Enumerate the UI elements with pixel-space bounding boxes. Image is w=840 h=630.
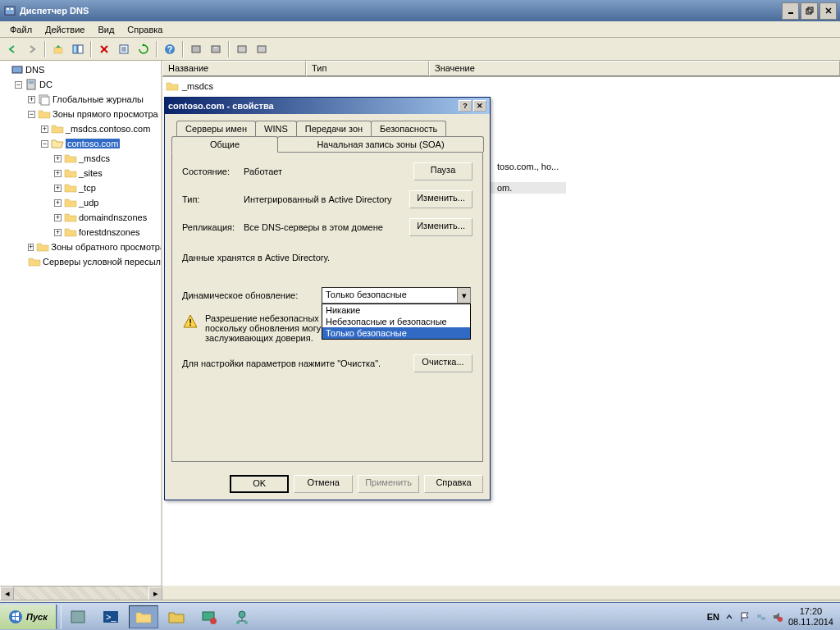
dropdown-option-none[interactable]: Никакие [322, 304, 470, 316]
tree-node-dc[interactable]: − DC [15, 77, 159, 92]
dropdown-option-secure[interactable]: Только безопасные [322, 327, 470, 339]
task-dns-manager[interactable] [227, 605, 257, 628]
pause-button[interactable]: Пауза [413, 162, 472, 180]
tab-security[interactable]: Безопасность [371, 121, 446, 136]
tree-node-dns[interactable]: DNS [2, 62, 159, 77]
dropdown-option-nonsecure[interactable]: Небезопасные и безопасные [322, 316, 470, 327]
cancel-button[interactable]: Отмена [294, 475, 353, 493]
tree-panel: DNS − DC + Глобальные журналы − Зоны пря… [0, 61, 162, 586]
ok-button[interactable]: OK [230, 475, 289, 493]
folder-open-icon [51, 137, 64, 150]
help-button[interactable]: ? [161, 40, 179, 58]
dynamic-update-dropdown: Никакие Небезопасные и безопасные Только… [322, 304, 471, 340]
tree-node-forestdnszones[interactable]: +forestdnszones [54, 225, 159, 240]
tab-soa[interactable]: Начальная запись зоны (SOA) [277, 136, 484, 152]
col-type[interactable]: Тип [306, 61, 429, 76]
tray-clock[interactable]: 17:20 08.11.2014 [788, 606, 833, 626]
taskbar: Пуск >_ EN 17:20 08.11.2014 [0, 602, 840, 630]
tray-network-icon[interactable] [756, 611, 767, 623]
tree-node-udp[interactable]: +_udp [54, 195, 159, 210]
apply-button[interactable]: Применить [358, 475, 419, 493]
collapse-icon[interactable]: − [28, 111, 35, 118]
tree-node-tcp[interactable]: +_tcp [54, 180, 159, 195]
task-item-5[interactable] [194, 605, 224, 628]
expand-icon[interactable]: + [28, 244, 34, 251]
restore-button[interactable] [801, 2, 818, 20]
menu-view[interactable]: Вид [91, 23, 121, 36]
task-item-4[interactable] [162, 605, 191, 628]
tree-node-msdcs[interactable]: +_msdcs [54, 151, 159, 166]
tool-btn-2[interactable] [207, 40, 225, 58]
chevron-down-icon[interactable]: ▾ [457, 288, 470, 303]
forward-button[interactable] [23, 40, 41, 58]
dialog-close-button[interactable]: ✕ [473, 100, 486, 112]
up-button[interactable] [49, 40, 67, 58]
delete-button[interactable] [95, 40, 113, 58]
tree-node-journals[interactable]: + Глобальные журналы [28, 92, 159, 107]
task-powershell[interactable]: >_ [96, 605, 126, 628]
show-hide-tree-button[interactable] [69, 40, 87, 58]
tool-btn-4[interactable] [253, 40, 271, 58]
tab-wins[interactable]: WINS [255, 121, 297, 136]
tree-node-fwd-zones[interactable]: − Зоны прямого просмотра [28, 107, 159, 121]
close-button[interactable] [819, 2, 837, 20]
cleanup-button[interactable]: Очистка... [413, 354, 472, 372]
tray-show-hidden-icon[interactable] [724, 612, 734, 622]
language-indicator[interactable]: EN [707, 612, 719, 622]
tree-node-cond-fwd[interactable]: Серверы условной пересылки [28, 254, 159, 269]
back-button[interactable] [3, 40, 21, 58]
dialog-help-button[interactable]: ? [459, 100, 472, 112]
tree-node-rev-zones[interactable]: + Зоны обратного просмотра [28, 240, 159, 254]
svg-point-43 [778, 617, 783, 622]
expand-icon[interactable]: + [41, 126, 48, 133]
tree-node-contoso[interactable]: − contoso.com [41, 136, 159, 151]
tab-general[interactable]: Общие [171, 136, 278, 153]
scroll-left-icon[interactable]: ◂ [0, 587, 14, 600]
change-replication-button[interactable]: Изменить... [409, 218, 472, 236]
svg-rect-28 [41, 97, 49, 105]
tab-nameservers[interactable]: Серверы имен [176, 121, 256, 136]
expand-icon[interactable]: + [54, 199, 62, 207]
tray-flag-icon[interactable] [739, 611, 751, 623]
svg-rect-31 [71, 611, 84, 623]
change-type-button[interactable]: Изменить... [409, 190, 472, 208]
tree-node-msdcs-contoso[interactable]: + _msdcs.contoso.com [41, 121, 159, 136]
collapse-icon[interactable]: − [15, 81, 22, 89]
task-explorer[interactable] [129, 605, 158, 628]
minimize-button[interactable] [782, 2, 799, 20]
refresh-button[interactable] [135, 40, 153, 58]
list-item[interactable]: _msdcs [164, 79, 838, 94]
properties-button[interactable] [115, 40, 133, 58]
tree-node-domaindnszones[interactable]: +domaindnszones [54, 210, 159, 225]
tree-node-sites[interactable]: +_sites [54, 166, 159, 180]
menu-action[interactable]: Действие [39, 23, 91, 36]
tool-btn-1[interactable] [187, 40, 205, 58]
dialog-title: contoso.com - свойства [168, 101, 274, 111]
help-button[interactable]: Справка [424, 475, 483, 493]
expand-icon[interactable]: + [54, 229, 62, 236]
expand-icon[interactable]: + [54, 185, 62, 192]
dialog-titlebar[interactable]: contoso.com - свойства ? ✕ [165, 98, 490, 114]
collapse-icon[interactable]: − [41, 140, 48, 148]
col-name[interactable]: Название [162, 61, 306, 76]
start-button[interactable]: Пуск [0, 605, 57, 629]
svg-rect-9 [73, 45, 77, 53]
expand-icon[interactable]: + [54, 214, 62, 221]
tree-scrollbar[interactable]: ◂ ▸ [0, 586, 162, 600]
window-title: Диспетчер DNS [20, 6, 782, 16]
tool-btn-3[interactable] [233, 40, 251, 58]
tab-zone-transfers[interactable]: Передачи зон [296, 121, 372, 136]
col-value[interactable]: Значение [429, 61, 840, 76]
scroll-right-icon[interactable]: ▸ [148, 587, 162, 600]
expand-icon[interactable]: + [28, 96, 35, 103]
task-server-manager[interactable] [63, 605, 93, 628]
expand-icon[interactable]: + [54, 170, 62, 177]
menu-file[interactable]: Файл [3, 23, 39, 36]
expand-icon[interactable]: + [54, 155, 62, 162]
tray-volume-icon[interactable] [772, 611, 783, 623]
stored-in-ad-text: Данные хранятся в Active Directory. [182, 253, 472, 262]
svg-rect-23 [258, 46, 266, 52]
menu-help[interactable]: Справка [121, 23, 169, 36]
dynamic-update-combobox[interactable]: Только безопасные ▾ [322, 287, 471, 304]
svg-rect-0 [5, 7, 15, 15]
